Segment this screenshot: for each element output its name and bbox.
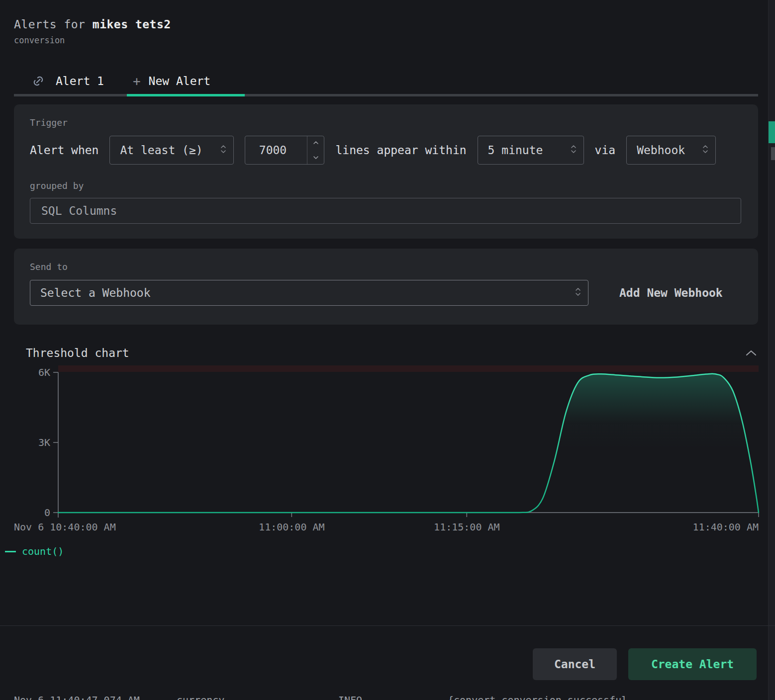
threshold-input[interactable] bbox=[245, 144, 300, 157]
log-level: INFO bbox=[338, 694, 362, 700]
window-select[interactable]: 5 minute bbox=[478, 136, 584, 165]
y-tick-label: 3K bbox=[38, 437, 50, 448]
add-new-webhook-button[interactable]: Add New Webhook bbox=[619, 286, 723, 299]
threshold-chart-title: Threshold chart bbox=[26, 347, 129, 359]
scrollbar-accent-marker bbox=[769, 121, 775, 143]
send-to-row: Select a Webhook Add New Webhook bbox=[30, 280, 742, 306]
send-to-label: Send to bbox=[30, 262, 742, 272]
via-text: via bbox=[595, 144, 616, 157]
footer-divider bbox=[0, 625, 775, 626]
x-tick-label: 11:40:00 AM bbox=[693, 521, 759, 531]
log-timestamp: Nov 6 11:40:47.074 AM bbox=[14, 694, 140, 700]
threshold-chart-header: Threshold chart bbox=[14, 347, 758, 359]
trigger-row: Alert when At least (≥) lines appear wit… bbox=[30, 136, 742, 165]
grouped-by-label: grouped by bbox=[30, 180, 742, 191]
create-alert-button[interactable]: Create Alert bbox=[628, 648, 757, 680]
page-title-prefix: Alerts for bbox=[14, 18, 93, 31]
page-title-name: mikes tets2 bbox=[93, 18, 171, 31]
group-by-input[interactable] bbox=[30, 198, 741, 224]
collapse-chart-button[interactable] bbox=[745, 350, 757, 356]
clipped-log-row: Nov 6 11:40:47.074 AM currency INFO {con… bbox=[0, 694, 768, 700]
trigger-section-label: Trigger bbox=[30, 117, 742, 128]
scrollbar-thumb[interactable] bbox=[771, 147, 775, 160]
x-tick-label: Nov 6 10:40:00 AM bbox=[14, 521, 116, 531]
page-edge-scrollbar[interactable] bbox=[768, 0, 775, 700]
webhook-select[interactable]: Select a Webhook bbox=[30, 280, 588, 306]
alert-tabs: Alert 1 + New Alert bbox=[14, 68, 758, 94]
link-icon bbox=[32, 75, 45, 88]
channel-select[interactable]: Webhook bbox=[626, 136, 716, 165]
active-tab-indicator bbox=[127, 94, 245, 96]
chevron-up-icon bbox=[745, 350, 757, 356]
page-subtitle: conversion bbox=[14, 35, 758, 45]
tab-alert-1-label: Alert 1 bbox=[56, 75, 104, 88]
plus-icon: + bbox=[133, 75, 141, 88]
trigger-middle-text: lines appear within bbox=[335, 144, 466, 157]
series-area-fill bbox=[58, 374, 759, 513]
chevron-updown-icon bbox=[702, 144, 708, 157]
tab-new-alert-label: New Alert bbox=[149, 75, 211, 88]
webhook-select-placeholder: Select a Webhook bbox=[40, 286, 151, 299]
chevron-down-icon bbox=[313, 156, 319, 160]
tab-new-alert[interactable]: + New Alert bbox=[133, 75, 210, 88]
log-service: currency bbox=[177, 694, 224, 700]
legend-series-label: count() bbox=[22, 545, 64, 557]
y-tick-label: 6K bbox=[38, 366, 50, 378]
threshold-zone bbox=[58, 365, 759, 372]
cancel-button[interactable]: Cancel bbox=[533, 648, 617, 680]
x-tick-label: 11:15:00 AM bbox=[434, 521, 499, 531]
tab-alert-1[interactable]: Alert 1 bbox=[32, 75, 104, 88]
modal-header: Alerts for mikes tets2 conversion bbox=[14, 0, 758, 45]
trigger-prefix-text: Alert when bbox=[30, 144, 98, 157]
chevron-up-icon bbox=[313, 141, 319, 145]
send-to-panel: Send to Select a Webhook Add New Webhook bbox=[14, 249, 758, 325]
condition-select[interactable]: At least (≥) bbox=[109, 136, 234, 165]
legend-line-swatch bbox=[5, 551, 16, 552]
condition-select-value: At least (≥) bbox=[120, 144, 202, 157]
chevron-updown-icon bbox=[571, 144, 577, 157]
trigger-panel: Trigger Alert when At least (≥) lines ap… bbox=[14, 104, 758, 239]
tabbar-underline bbox=[14, 94, 758, 96]
alert-modal: Alerts for mikes tets2 conversion Alert … bbox=[0, 0, 758, 531]
page-title: Alerts for mikes tets2 bbox=[14, 18, 758, 31]
threshold-stepper[interactable] bbox=[307, 136, 324, 164]
channel-select-value: Webhook bbox=[637, 144, 685, 157]
footer-actions: Cancel Create Alert bbox=[533, 648, 757, 680]
y-tick-label: 0 bbox=[44, 507, 50, 519]
chart-legend: count() bbox=[5, 545, 775, 557]
log-message: {convert conversion successful bbox=[448, 694, 627, 700]
chevron-updown-icon bbox=[220, 144, 226, 157]
chevron-updown-icon bbox=[575, 286, 581, 299]
x-tick-label: 11:00:00 AM bbox=[259, 521, 324, 531]
window-select-value: 5 minute bbox=[488, 144, 543, 157]
threshold-input-wrap bbox=[245, 136, 324, 165]
threshold-chart: 03K6KNov 6 10:40:00 AM11:00:00 AM11:15:0… bbox=[0, 362, 775, 531]
threshold-chart-svg: 03K6KNov 6 10:40:00 AM11:00:00 AM11:15:0… bbox=[0, 362, 775, 531]
